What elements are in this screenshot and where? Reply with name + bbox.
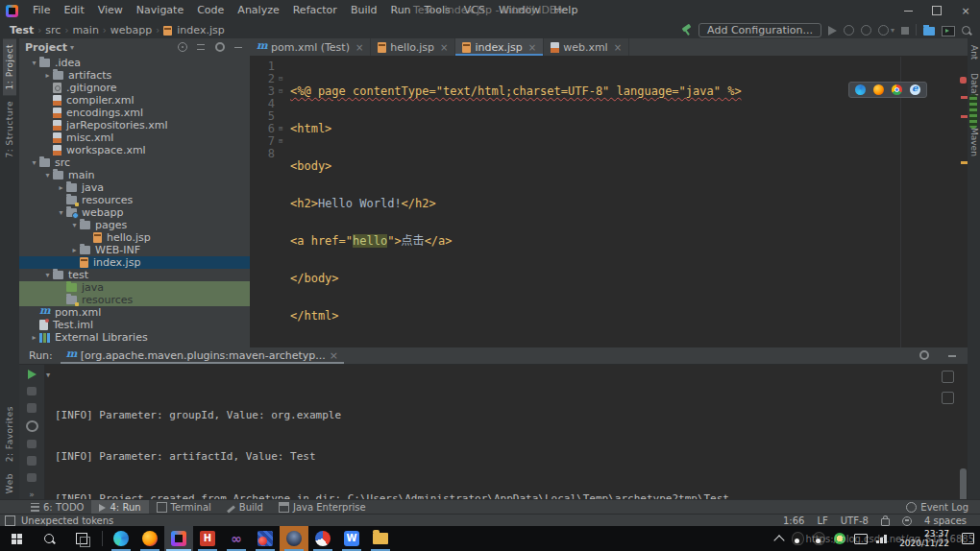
code-editor[interactable]: 1234 5678 ⊟⊟⊞⊞ <%@ page contentType="tex…: [250, 57, 968, 347]
readonly-lock-icon[interactable]: [881, 518, 890, 526]
taskbar-circle-app[interactable]: [308, 526, 337, 551]
tool-button-ant[interactable]: Ant: [968, 38, 980, 66]
menu-file[interactable]: File: [26, 0, 57, 21]
coverage-button[interactable]: [861, 25, 871, 36]
caret-position[interactable]: 1:66: [783, 515, 804, 526]
run-anything-icon[interactable]: [942, 26, 955, 36]
minimize-button[interactable]: [894, 0, 922, 21]
tab-pom-xml[interactable]: pom.xml (Test)×: [250, 38, 371, 56]
menu-view[interactable]: View: [91, 0, 130, 21]
taskbar-search-button[interactable]: [33, 526, 65, 551]
qq-icon[interactable]: [813, 532, 825, 545]
tab-web-xml[interactable]: web.xml×: [544, 38, 629, 56]
error-count-badge[interactable]: [960, 77, 967, 84]
tree-item-test-resources[interactable]: resources: [19, 294, 250, 306]
java-enterprise-toolwindow-button[interactable]: Java Enterprise: [271, 500, 374, 515]
menu-refactor[interactable]: Refactor: [286, 0, 344, 21]
hide-panel-icon[interactable]: [233, 42, 244, 53]
tree-item-resources[interactable]: resources: [19, 194, 250, 206]
menu-code[interactable]: Code: [190, 0, 231, 21]
expand-arrow[interactable]: ▸: [29, 333, 39, 342]
expand-arrow[interactable]: ▾: [29, 158, 39, 167]
error-stripe[interactable]: [960, 75, 968, 347]
taskbar-file-explorer[interactable]: [366, 526, 395, 551]
taskbar-intellij[interactable]: [164, 526, 193, 551]
maximize-button[interactable]: [922, 0, 951, 21]
event-log-button[interactable]: Event Log: [906, 502, 980, 513]
console-scrollbar[interactable]: [960, 468, 967, 499]
tree-item-java[interactable]: ▸java: [19, 181, 250, 194]
firefox-icon[interactable]: [873, 84, 884, 95]
expand-arrow[interactable]: ▾: [69, 221, 80, 229]
expand-arrow[interactable]: ▸: [56, 183, 66, 192]
inspection-profile-icon[interactable]: [902, 516, 912, 526]
tree-item-jarrepositories-xml[interactable]: jarRepositories.xml: [19, 119, 250, 132]
tab-hello-jsp[interactable]: hello.jsp×: [371, 38, 455, 56]
chrome-icon[interactable]: [892, 84, 902, 95]
close-tab-icon[interactable]: ×: [440, 42, 448, 53]
project-view-dropdown[interactable]: ▾: [70, 43, 74, 52]
todo-toolwindow-button[interactable]: 6: TODO: [23, 500, 91, 515]
more-icon[interactable]: »: [29, 490, 35, 499]
tree-item-artifacts[interactable]: ▸artifacts: [19, 69, 250, 82]
tree-item-gitignore[interactable]: .gitignore: [19, 82, 250, 94]
taskbar-wps[interactable]: W: [337, 526, 366, 551]
tree-item-misc-xml[interactable]: misc.xml: [19, 132, 250, 144]
fold-markers[interactable]: ⊟⊟⊞⊞: [279, 60, 286, 160]
indent-setting[interactable]: 4 spaces: [924, 515, 967, 526]
notification-center-icon[interactable]: [962, 533, 974, 544]
build-hammer-icon[interactable]: [681, 25, 692, 36]
search-console-icon[interactable]: [26, 420, 38, 432]
rerun-button[interactable]: [28, 370, 37, 379]
tree-item-web-inf[interactable]: ▸WEB-INF: [19, 244, 250, 256]
console-option-icon[interactable]: [942, 392, 954, 404]
settings-gear-icon[interactable]: [215, 42, 225, 52]
collapse-all-icon[interactable]: [196, 42, 207, 53]
debug-button[interactable]: [844, 25, 854, 36]
taskbar-hbuilder[interactable]: H: [193, 526, 222, 551]
close-tab-icon[interactable]: ×: [355, 42, 363, 53]
restore-layout-icon[interactable]: [27, 456, 37, 465]
expand-arrow[interactable]: ▾: [56, 208, 66, 217]
edge-icon[interactable]: [855, 84, 866, 95]
tree-item-main[interactable]: ▾main: [19, 169, 250, 181]
tree-item-index-jsp[interactable]: index.jsp: [19, 256, 250, 269]
tree-item-workspace-xml[interactable]: workspace.xml: [19, 144, 250, 156]
tree-item-hello-jsp[interactable]: hello.jsp: [19, 231, 250, 244]
tool-button-structure[interactable]: 7: Structure: [3, 95, 16, 164]
project-structure-icon[interactable]: [923, 27, 935, 36]
breadcrumb-webapp[interactable]: webapp: [109, 24, 154, 36]
tool-button-favorites[interactable]: 2: Favorites: [3, 400, 16, 467]
terminal-toolwindow-button[interactable]: Terminal: [149, 500, 219, 515]
expand-arrow[interactable]: ▸: [69, 246, 80, 254]
stop-icon[interactable]: [27, 403, 37, 412]
line-ending[interactable]: LF: [817, 515, 827, 526]
task-view-button[interactable]: [65, 526, 98, 551]
tool-button-project[interactable]: 1: Project: [3, 38, 16, 95]
run-button[interactable]: [828, 26, 837, 36]
console-option-icon[interactable]: [942, 371, 954, 383]
taskbar-avatar-app[interactable]: [280, 526, 308, 551]
close-tab-icon[interactable]: ×: [330, 349, 338, 362]
internet-explorer-icon[interactable]: [910, 84, 920, 95]
expand-arrow[interactable]: ▾: [42, 271, 53, 279]
tree-item-pom-xml[interactable]: pom.xml: [19, 306, 250, 319]
tray-expand-icon[interactable]: [773, 535, 784, 545]
tree-item-compiler-xml[interactable]: compiler.xml: [19, 94, 250, 107]
qq-icon[interactable]: [792, 532, 804, 545]
tree-item-encodings-xml[interactable]: encodings.xml: [19, 107, 250, 119]
menu-analyze[interactable]: Analyze: [231, 0, 285, 21]
network-icon[interactable]: [876, 535, 887, 543]
expand-arrow[interactable]: ▾: [42, 171, 53, 180]
taskbar-clock[interactable]: 23:37 2020/11/22: [895, 529, 953, 548]
add-configuration-button[interactable]: Add Configuration...: [698, 23, 821, 37]
tree-item-test-iml[interactable]: Test.iml: [19, 319, 250, 331]
project-panel-title[interactable]: Project: [25, 41, 67, 54]
breadcrumb-index-jsp[interactable]: index.jsp: [175, 24, 226, 36]
menu-navigate[interactable]: Navigate: [130, 0, 190, 21]
tree-item-src[interactable]: ▾src: [19, 156, 250, 169]
breadcrumb-test[interactable]: Test: [8, 24, 36, 36]
search-everywhere-icon[interactable]: [962, 26, 970, 35]
taskbar-visual-studio[interactable]: ∞: [222, 526, 251, 551]
tree-item-test[interactable]: ▾test: [19, 269, 250, 281]
